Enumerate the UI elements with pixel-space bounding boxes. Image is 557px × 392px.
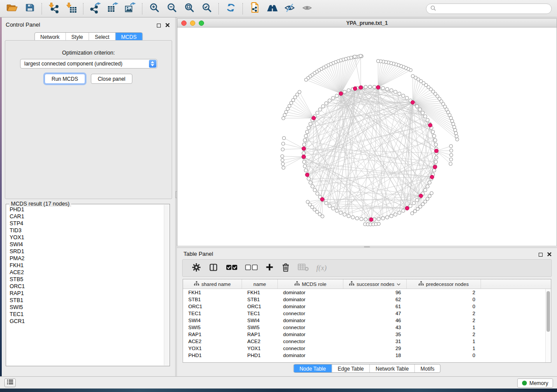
table-cell: connector (278, 324, 343, 331)
table-cell: connector (278, 338, 343, 345)
table-row[interactable]: YOX1YOX1connector291 (183, 345, 551, 352)
splitter-handle[interactable] (364, 246, 370, 248)
mcds-result-item[interactable]: ACE2 (10, 269, 163, 276)
show-all-button[interactable] (298, 2, 316, 16)
network-graph[interactable] (177, 28, 557, 246)
table-cell: dominator (278, 303, 343, 310)
mcds-result-item[interactable]: FKH1 (10, 262, 163, 269)
export-table-button[interactable] (104, 2, 121, 16)
table-row[interactable]: SWI4SWI4dominator462 (183, 317, 551, 324)
network-view[interactable] (177, 28, 557, 246)
column-header-successor-nodes[interactable]: successor nodes (343, 279, 407, 289)
export-image-button[interactable] (121, 2, 139, 16)
table-cell: 47 (343, 310, 407, 317)
table-cell: ORC1 (242, 303, 278, 310)
column-header-mcds-role[interactable]: MCDS role (278, 279, 343, 289)
delete-table-button-disabled[interactable] (298, 263, 309, 273)
show-column-panel-button[interactable] (208, 263, 218, 274)
new-network-from-selection-button[interactable] (246, 2, 263, 16)
scrollbar-thumb[interactable] (547, 291, 550, 332)
trash-icon (281, 262, 290, 274)
close-panel-icon[interactable] (547, 251, 552, 258)
column-header-name[interactable]: name (242, 279, 278, 289)
table-row[interactable]: TEC1TEC1connector472 (183, 310, 551, 317)
tab-edge-table[interactable]: Edge Table (332, 364, 370, 372)
find-button[interactable] (263, 2, 281, 16)
table-row[interactable]: ORC1ORC1dominator610 (183, 303, 551, 310)
mcds-result-scrollbar[interactable] (164, 205, 169, 365)
deselect-all-columns-button[interactable] (245, 264, 258, 273)
import-network-button[interactable] (45, 2, 62, 16)
apply-layout-button[interactable] (222, 2, 239, 16)
zoom-selected-button[interactable] (198, 2, 215, 16)
table-row[interactable]: SWI5SWI5connector431 (183, 324, 551, 331)
float-panel-icon[interactable] (157, 24, 161, 28)
column-namespace-icon (294, 281, 300, 287)
search-field[interactable] (426, 3, 552, 14)
network-window-titlebar[interactable]: YPA_prune.txt_1 (177, 18, 557, 28)
float-panel-icon[interactable] (539, 253, 543, 257)
tab-motifs[interactable]: Motifs (415, 364, 440, 372)
memory-button[interactable]: Memory (517, 378, 553, 388)
delete-column-button[interactable] (281, 262, 290, 274)
optimization-criterion-label: Optimization criterion: (5, 50, 172, 56)
zoom-in-button[interactable] (145, 2, 163, 16)
show-panels-button[interactable] (4, 378, 16, 387)
open-folder-icon (6, 3, 18, 15)
table-scrollbar[interactable] (545, 289, 551, 362)
tab-network-table[interactable]: Network Table (370, 364, 415, 372)
mcds-result-item[interactable]: STB5 (10, 276, 163, 283)
run-mcds-button[interactable]: Run MCDS (45, 74, 85, 84)
mcds-result-item[interactable]: YOX1 (10, 234, 163, 241)
mcds-result-item[interactable]: PHD1 (10, 206, 163, 213)
column-header-predecessor-nodes[interactable]: predecessor nodes (407, 279, 481, 289)
mcds-result-item[interactable]: ORC1 (10, 283, 163, 290)
mcds-result-item[interactable]: SWI5 (10, 304, 163, 311)
import-table-button[interactable] (62, 2, 80, 16)
table-cell: 31 (343, 338, 407, 345)
search-input[interactable] (438, 6, 547, 12)
save-session-button[interactable] (21, 2, 38, 16)
table-settings-button[interactable] (192, 263, 201, 274)
mcds-result-item[interactable]: PMA2 (10, 255, 163, 262)
close-panel-icon[interactable] (165, 21, 170, 29)
mcds-result-item[interactable]: RAP1 (10, 290, 163, 297)
mcds-result-item[interactable]: TEC1 (10, 311, 163, 318)
mcds-result-item[interactable]: GCR1 (10, 318, 163, 325)
open-file-button[interactable] (3, 2, 21, 16)
table-row[interactable]: ACE2ACE2connector311 (183, 338, 551, 345)
criterion-dropdown[interactable]: largest connected component (undirected) (20, 59, 157, 69)
toolbar-separator (83, 3, 83, 14)
export-network-button[interactable] (86, 2, 104, 16)
table-cell: 0 (407, 303, 481, 310)
hide-selected-button[interactable] (281, 2, 298, 16)
table-row[interactable]: PHD1PHD1dominator180 (183, 352, 551, 359)
table-row[interactable]: RAP1RAP1dominator352 (183, 331, 551, 338)
zoom-out-button[interactable] (163, 2, 180, 16)
function-builder-button-disabled[interactable]: f(x) (316, 264, 327, 272)
mcds-result-item[interactable]: CAR1 (10, 213, 163, 220)
binoculars-icon (266, 3, 278, 15)
table-cell: dominator (278, 289, 343, 296)
document-network-icon (249, 2, 260, 15)
mcds-result-item[interactable]: TID3 (10, 227, 163, 234)
toolbar-separator (142, 3, 142, 14)
zoom-fit-button[interactable] (180, 2, 198, 16)
table-row[interactable]: STB1STB1dominator620 (183, 296, 551, 303)
plus-icon (265, 263, 274, 273)
tab-node-table[interactable]: Node Table (294, 364, 332, 372)
mcds-result-item[interactable]: STB1 (10, 297, 163, 304)
mcds-result-item[interactable]: SWI4 (10, 241, 163, 248)
table-cell: dominator (278, 317, 343, 324)
table-cell: TEC1 (183, 310, 242, 317)
create-column-button[interactable] (265, 263, 274, 273)
column-header-shared-name[interactable]: shared name (183, 279, 242, 289)
close-panel-button[interactable]: Close panel (91, 74, 132, 84)
mcds-tab-content: Optimization criterion: largest connecte… (5, 40, 172, 199)
table-cell: 1 (407, 345, 481, 352)
select-all-columns-button[interactable] (226, 264, 238, 273)
table-row[interactable]: FKH1FKH1dominator962 (183, 289, 551, 296)
mcds-result-item[interactable]: STP4 (10, 220, 163, 227)
mcds-result-item[interactable]: SRD1 (10, 248, 163, 255)
table-cell: 1 (407, 338, 481, 345)
